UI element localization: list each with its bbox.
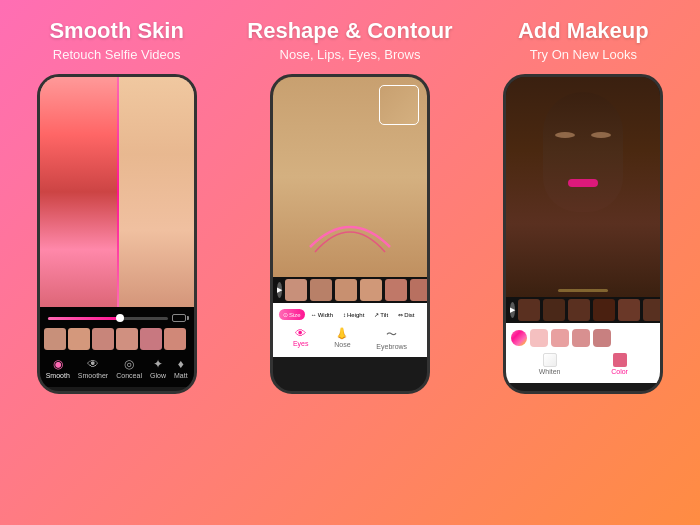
tool-smooth[interactable]: ◉ Smooth xyxy=(46,357,70,379)
face-makeup-view xyxy=(506,77,660,297)
thumb-1[interactable] xyxy=(44,328,66,350)
reshape-controls-area: ⊙ Size ↔ Width ↕ Height ↗ Tilt xyxy=(273,303,427,357)
color-icon xyxy=(613,353,627,367)
reshape-thumb-6[interactable] xyxy=(410,279,427,301)
face-part-tools: 👁 Eyes 👃 Nose 〜 Eyebrows xyxy=(276,323,424,354)
makeup-part-tools: Whiten Color xyxy=(509,349,657,379)
smooth-slider[interactable] xyxy=(48,317,168,320)
smooth-skin-panel: Smooth Skin Retouch Selfie Videos xyxy=(0,0,233,525)
makeup-thumb-6[interactable] xyxy=(643,299,660,321)
phone-mockup-2: ▶ ⊙ Size ↔ Width xyxy=(270,74,430,394)
color-swatch-4[interactable] xyxy=(593,329,611,347)
necklace xyxy=(558,289,608,292)
tool-whiten[interactable]: Whiten xyxy=(539,353,561,375)
whiten-icon xyxy=(543,353,557,367)
smooth-skin-subtitle: Retouch Selfie Videos xyxy=(53,47,181,62)
battery-icon xyxy=(172,314,186,322)
ctrl-height[interactable]: ↕ Height xyxy=(339,309,368,320)
slider-fill xyxy=(48,317,120,320)
makeup-title: Add Makeup xyxy=(518,18,649,44)
tool-matt[interactable]: ♦ Matt xyxy=(174,357,188,379)
thumb-5[interactable] xyxy=(140,328,162,350)
tool-conceal[interactable]: ◎ Conceal xyxy=(116,357,142,379)
ctrl-width[interactable]: ↔ Width xyxy=(307,309,337,320)
face-shape xyxy=(543,92,623,212)
reshape-controls: ⊙ Size ↔ Width ↕ Height ↗ Tilt xyxy=(276,306,424,323)
thumb-4[interactable] xyxy=(116,328,138,350)
face-after xyxy=(117,77,194,307)
slider-row xyxy=(40,311,194,325)
reshape-thumb-4[interactable] xyxy=(360,279,382,301)
makeup-panel: Add Makeup Try On New Looks ▶ xyxy=(467,0,700,525)
phone-screen-2: ▶ ⊙ Size ↔ Width xyxy=(273,77,427,391)
slider-thumb xyxy=(116,314,124,322)
tool-nose[interactable]: 👃 Nose xyxy=(334,327,350,350)
makeup-thumb-2[interactable] xyxy=(543,299,565,321)
color-wheel-icon[interactable] xyxy=(511,330,527,346)
phone-screen-3: ▶ xyxy=(506,77,660,391)
phone-mockup-1: ◉ Smooth 👁 Smoother ◎ Conceal ✦ Glow xyxy=(37,74,197,394)
lip-makeup xyxy=(568,179,598,187)
tool-smoother[interactable]: 👁 Smoother xyxy=(78,357,108,379)
face-before xyxy=(40,77,117,307)
play-button-makeup[interactable]: ▶ xyxy=(510,302,515,318)
makeup-thumb-5[interactable] xyxy=(618,299,640,321)
face-split-view xyxy=(40,77,194,307)
makeup-thumb-1[interactable] xyxy=(518,299,540,321)
tool-glow[interactable]: ✦ Glow xyxy=(150,357,166,379)
reshape-title: Reshape & Contour xyxy=(247,18,452,44)
color-swatch-1[interactable] xyxy=(530,329,548,347)
eye-right xyxy=(591,132,611,138)
video-thumbnails xyxy=(40,325,194,353)
ctrl-dist[interactable]: ⇔ Dist xyxy=(394,309,418,320)
makeup-thumb-4[interactable] xyxy=(593,299,615,321)
makeup-thumbnails-row: ▶ xyxy=(506,297,660,323)
phone-screen-1: ◉ Smooth 👁 Smoother ◎ Conceal ✦ Glow xyxy=(40,77,194,391)
split-divider xyxy=(117,77,119,307)
reshape-arc-svg xyxy=(300,197,400,257)
tool-color[interactable]: Color xyxy=(611,353,628,375)
play-button[interactable]: ▶ xyxy=(277,282,282,298)
color-swatches-row xyxy=(509,327,657,349)
skin-tools: ◉ Smooth 👁 Smoother ◎ Conceal ✦ Glow xyxy=(40,353,194,383)
tool-eyebrows[interactable]: 〜 Eyebrows xyxy=(376,327,407,350)
ctrl-tilt[interactable]: ↗ Tilt xyxy=(370,309,392,320)
color-swatch-3[interactable] xyxy=(572,329,590,347)
ctrl-size[interactable]: ⊙ Size xyxy=(279,309,305,320)
phone-mockup-3: ▶ xyxy=(503,74,663,394)
thumb-6[interactable] xyxy=(164,328,186,350)
face-reshape-view xyxy=(273,77,427,277)
bottom-controls: ◉ Smooth 👁 Smoother ◎ Conceal ✦ Glow xyxy=(40,307,194,387)
thumb-2[interactable] xyxy=(68,328,90,350)
reshape-panel: Reshape & Contour Nose, Lips, Eyes, Brow… xyxy=(233,0,466,525)
makeup-thumb-3[interactable] xyxy=(568,299,590,321)
thumb-3[interactable] xyxy=(92,328,114,350)
reshape-thumb-2[interactable] xyxy=(310,279,332,301)
makeup-tools-area: Whiten Color xyxy=(506,323,660,383)
smooth-skin-title: Smooth Skin xyxy=(49,18,183,44)
reshape-thumbnails-row: ▶ xyxy=(273,277,427,303)
reshape-thumb-5[interactable] xyxy=(385,279,407,301)
reshape-subtitle: Nose, Lips, Eyes, Brows xyxy=(280,47,421,62)
color-swatch-2[interactable] xyxy=(551,329,569,347)
makeup-subtitle: Try On New Looks xyxy=(530,47,637,62)
eye-left xyxy=(555,132,575,138)
reshape-thumb-1[interactable] xyxy=(285,279,307,301)
mini-preview xyxy=(379,85,419,125)
reshape-thumb-3[interactable] xyxy=(335,279,357,301)
tool-eyes[interactable]: 👁 Eyes xyxy=(293,327,309,350)
